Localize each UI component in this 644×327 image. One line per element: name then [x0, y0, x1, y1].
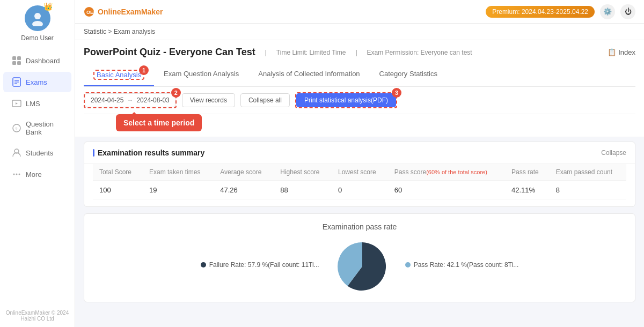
svg-point-1 — [32, 21, 43, 26]
collapse-all-button[interactable]: Collapse all — [240, 93, 290, 107]
sidebar-item-students[interactable]: Students — [3, 143, 71, 163]
cell-pass-rate: 42.11% — [505, 181, 550, 200]
chart-legend-left: Failure Rate: 57.9 %(Fail count: 11Ti... — [201, 261, 319, 272]
sidebar-item-question-bank[interactable]: ? Question Bank — [3, 115, 71, 142]
filter-bar: 2024-04-25 → 2024-08-03 2 View records C… — [84, 87, 635, 114]
col-lowest: Lowest score — [332, 164, 388, 181]
legend-pass: Pass Rate: 42.1 %(Pass count: 8Ti... — [405, 261, 519, 269]
tab-collected-label: Analysis of Collected Information — [258, 70, 360, 78]
cell-highest: 88 — [274, 181, 332, 200]
sidebar-item-label-students: Students — [26, 149, 53, 157]
date-range-picker[interactable]: 2024-04-25 → 2024-08-03 — [85, 93, 175, 107]
date-from: 2024-04-25 — [91, 96, 123, 104]
topbar: OEM OnlineExamMaker Premium: 2024.04.23-… — [75, 0, 644, 24]
breadcrumb-separator: > — [108, 28, 113, 35]
content-area: PowerPoint Quiz - Everyone Can Test | Ti… — [75, 40, 644, 327]
cell-exam-taken: 19 — [143, 181, 214, 200]
tab-basic-analysis[interactable]: Basic Analysis 1 — [84, 64, 154, 86]
svg-text:?: ? — [15, 127, 18, 131]
chart-title: Examination pass rate — [93, 222, 626, 231]
table-header-row: Total Score Exam taken times Average sco… — [93, 164, 626, 181]
pass-score-detail: (60% of the total score) — [426, 169, 487, 175]
sidebar-item-label-lms: LMS — [26, 100, 40, 108]
col-exam-taken: Exam taken times — [143, 164, 214, 181]
main-content: OEM OnlineExamMaker Premium: 2024.04.23-… — [75, 0, 644, 327]
exam-permission: Exam Permission: Everyone can test — [367, 49, 472, 56]
index-icon: 📋 — [608, 48, 616, 56]
exam-meta-separator: | — [265, 49, 267, 56]
sidebar-nav: Dashboard Exams LMS ? Question Bank Stud… — [0, 49, 75, 185]
tab-question-analysis[interactable]: Exam Question Analysis — [154, 64, 248, 86]
annotation-box-1: Basic Analysis 1 — [93, 70, 144, 80]
tabs-bar: Basic Analysis 1 Exam Question Analysis … — [84, 64, 635, 87]
sidebar-item-more[interactable]: More — [3, 164, 71, 184]
index-button[interactable]: 📋 Index — [608, 48, 635, 56]
view-records-button[interactable]: View records — [182, 93, 235, 107]
pie-chart — [335, 240, 389, 293]
exam-time-limit: Time Limit: Limited Time — [276, 49, 346, 56]
cell-passed-count: 8 — [550, 181, 626, 200]
legend-fail: Failure Rate: 57.9 %(Fail count: 11Ti... — [201, 261, 319, 269]
tab-collected-info[interactable]: Analysis of Collected Information — [248, 64, 369, 86]
pass-label: Pass Rate: 42.1 %(Pass count: 8Ti... — [414, 261, 519, 269]
tab-basic-label: Basic Analysis — [97, 71, 141, 79]
sidebar-item-lms[interactable]: LMS — [3, 93, 71, 114]
print-button[interactable]: Print statistical analysis(PDF) — [296, 93, 396, 107]
svg-point-15 — [16, 174, 18, 175]
exam-meta-separator2: | — [355, 49, 357, 56]
svg-text:OEM: OEM — [86, 10, 94, 15]
svg-rect-3 — [17, 56, 21, 60]
sidebar-footer: OnlineExamMaker © 2024 Haizhi CO Ltd — [0, 310, 75, 322]
breadcrumb-parent: Statistic — [84, 28, 106, 35]
premium-badge: Premium: 2024.04.23-2025.04.22 — [486, 6, 595, 18]
date-to: 2024-08-03 — [136, 96, 169, 104]
sidebar-item-dashboard[interactable]: Dashboard — [3, 50, 71, 71]
col-highest: Highest score — [274, 164, 332, 181]
col-total-score: Total Score — [93, 164, 143, 181]
sidebar-item-exams[interactable]: Exams — [3, 72, 71, 92]
pass-dot — [405, 262, 411, 267]
tooltip-area: Select a time period — [84, 114, 635, 137]
tab-category-label: Category Statistics — [379, 70, 437, 78]
cell-lowest: 0 — [332, 181, 388, 200]
collapse-button[interactable]: Collapse — [601, 149, 626, 157]
svg-rect-5 — [17, 61, 21, 65]
power-icon[interactable]: ⏻ — [620, 4, 635, 19]
col-pass-rate: Pass rate — [505, 164, 550, 181]
section-title: Examination results summary — [93, 148, 204, 157]
annotation-box-3: Print statistical analysis(PDF) 3 — [295, 92, 397, 108]
index-label: Index — [618, 48, 635, 56]
summary-section: Examination results summary Collapse Tot… — [84, 142, 635, 207]
cell-pass-score: 60 — [388, 181, 505, 200]
settings-icon[interactable]: ⚙️ — [600, 4, 615, 19]
crown-icon: 👑 — [43, 2, 53, 11]
chart-section: Examination pass rate Failure Rate: 57.9… — [84, 213, 635, 302]
section-header: Examination results summary Collapse — [84, 142, 635, 164]
username-label: Demo User — [21, 34, 54, 42]
sidebar: 👑 Demo User Dashboard Exams LMS ? Questi… — [0, 0, 75, 327]
exam-title-bar: PowerPoint Quiz - Everyone Can Test | Ti… — [84, 47, 635, 58]
col-average: Average score — [214, 164, 274, 181]
chart-area: Failure Rate: 57.9 %(Fail count: 11Ti... — [93, 240, 626, 293]
date-arrow-icon: → — [127, 96, 133, 104]
breadcrumb: Statistic > Exam analysis — [75, 24, 644, 40]
col-pass-score: Pass score(60% of the total score) — [388, 164, 505, 181]
table-wrapper: Total Score Exam taken times Average sco… — [84, 164, 635, 206]
table-row: 100 19 47.26 88 0 60 42.11% 8 — [93, 181, 626, 200]
tab-category-stats[interactable]: Category Statistics — [370, 64, 447, 86]
svg-rect-4 — [12, 61, 16, 65]
tooltip-box: Select a time period — [116, 114, 202, 131]
svg-point-14 — [13, 174, 15, 175]
col-passed-count: Exam passed count — [550, 164, 626, 181]
annotation-num-2: 2 — [171, 88, 181, 98]
topbar-right: Premium: 2024.04.23-2025.04.22 ⚙️ ⏻ — [486, 4, 635, 19]
cell-total-score: 100 — [93, 181, 143, 200]
sidebar-item-label-question-bank: Question Bank — [26, 120, 63, 136]
tab-question-label: Exam Question Analysis — [164, 70, 239, 78]
annotation-num-1: 1 — [139, 65, 149, 75]
pie-chart-svg — [335, 240, 389, 293]
exam-title: PowerPoint Quiz - Everyone Can Test — [84, 47, 255, 58]
sidebar-item-label-dashboard: Dashboard — [26, 57, 60, 65]
summary-table: Total Score Exam taken times Average sco… — [93, 164, 626, 200]
cell-average: 47.26 — [214, 181, 274, 200]
